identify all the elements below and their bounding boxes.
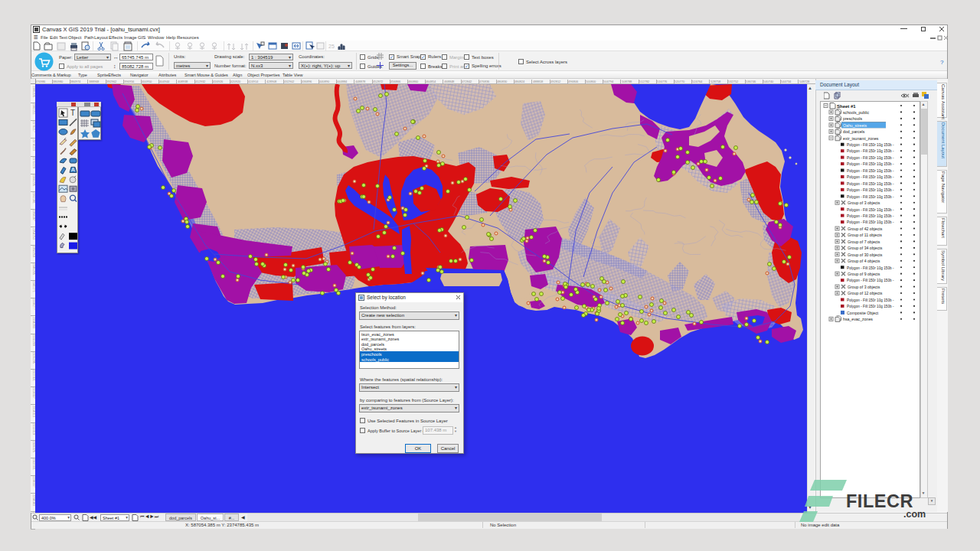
svg-text:Polygon - Fill:150r 10g 150b -: Polygon - Fill:150r 10g 150b - xyxy=(847,149,894,153)
svg-text:Group of 11 objects: Group of 11 objects xyxy=(848,233,882,237)
svg-text:Oahu_streets: Oahu_streets xyxy=(843,123,867,128)
svg-text:Polygon - Fill:150r 10g 150b -: Polygon - Fill:150r 10g 150b - xyxy=(847,214,894,218)
svg-text:Polygon - Fill:150r 10g 150b -: Polygon - Fill:150r 10g 150b - xyxy=(847,162,894,166)
svg-text:Sheet #1: Sheet #1 xyxy=(837,104,856,109)
svg-text:Group of 7 objects: Group of 7 objects xyxy=(848,240,880,244)
svg-text:hsa_evac_zones: hsa_evac_zones xyxy=(843,317,873,321)
svg-text:Polygon - Fill:150r 10g 150b -: Polygon - Fill:150r 10g 150b - xyxy=(847,220,894,224)
svg-text:Polygon - Fill:150r 10g 150b -: Polygon - Fill:150r 10g 150b - xyxy=(847,143,894,147)
svg-text:schools_public: schools_public xyxy=(843,110,869,115)
svg-text:Polygon - Fill:150r 10g 150b -: Polygon - Fill:150r 10g 150b - xyxy=(847,182,894,186)
svg-text:Polygon - Fill:150r 10g 150b -: Polygon - Fill:150r 10g 150b - xyxy=(847,305,894,308)
svg-text:Polygon - Fill:150r 10g 150b -: Polygon - Fill:150r 10g 150b - xyxy=(847,175,894,179)
svg-text:preschools: preschools xyxy=(843,116,862,121)
svg-text:Polygon - Fill:150r 10g 150b -: Polygon - Fill:150r 10g 150b - xyxy=(847,266,894,270)
svg-text:A: A xyxy=(71,167,75,172)
svg-text:Polygon - Fill:150r 10g 150b -: Polygon - Fill:150r 10g 150b - xyxy=(847,169,894,173)
svg-text:Group of 3 objects: Group of 3 objects xyxy=(848,285,880,289)
svg-text:Group of 3 objects: Group of 3 objects xyxy=(848,201,880,205)
svg-text:Group of 9 objects: Group of 9 objects xyxy=(848,272,880,276)
svg-text:Polygon - Fill:150r 10g 150b -: Polygon - Fill:150r 10g 150b - xyxy=(847,279,894,282)
svg-text:Polygon - Fill:150r 10g 150b -: Polygon - Fill:150r 10g 150b - xyxy=(847,156,894,160)
svg-text:Group of 12 objects: Group of 12 objects xyxy=(848,291,883,295)
svg-text:extr_tsunami_zones: extr_tsunami_zones xyxy=(843,136,879,141)
svg-text:T: T xyxy=(70,109,75,117)
svg-text:Polygon - Fill:150r 10g 150b -: Polygon - Fill:150r 10g 150b - xyxy=(847,298,894,302)
svg-text:Group of 42 objects: Group of 42 objects xyxy=(848,227,883,231)
svg-text:Group of 34 objects: Group of 34 objects xyxy=(848,246,883,250)
svg-text:Polygon - Fill:150r 10g 150b -: Polygon - Fill:150r 10g 150b - xyxy=(847,208,894,212)
svg-text:Group of 4 objects: Group of 4 objects xyxy=(848,259,880,263)
svg-text:dod_parcels: dod_parcels xyxy=(843,129,865,134)
svg-text:Polygon - Fill:150r 10g 150b -: Polygon - Fill:150r 10g 150b - xyxy=(847,195,894,199)
svg-text:Composite Object: Composite Object xyxy=(847,311,879,315)
svg-text:Group of 30 objects: Group of 30 objects xyxy=(848,253,883,257)
svg-text:25: 25 xyxy=(328,44,335,49)
svg-text:Polygon - Fill:150r 10g 150b -: Polygon - Fill:150r 10g 150b - xyxy=(847,188,894,192)
svg-text:.com: .com xyxy=(903,509,926,520)
